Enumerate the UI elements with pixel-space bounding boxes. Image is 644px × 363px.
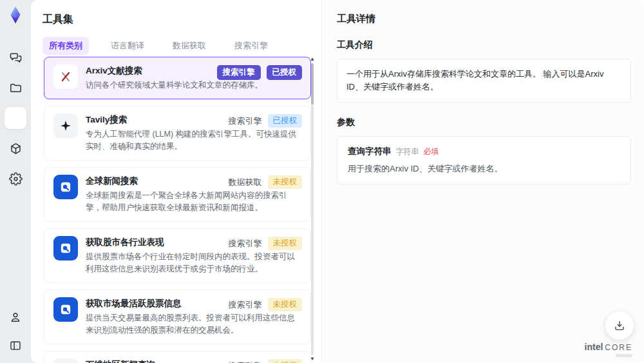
tool-category-tag: 搜索引擎 [217, 65, 261, 80]
tool-status-badge: 未授权 [268, 175, 303, 189]
tool-category-tag: 数据获取 [229, 177, 262, 188]
list-scrollbar[interactable]: ▲ ▼ [309, 58, 316, 360]
tool-description: 专为人工智能代理 (LLM) 构建的搜索引擎工具。可快速提供实时、准确和真实的结… [86, 128, 301, 153]
sidebar-item-user[interactable] [5, 306, 26, 328]
chat-icon [9, 51, 23, 64]
param-card: 查询字符串 字符串 必填 用于搜索的Arxiv ID、关键字或作者姓名。 [337, 136, 631, 184]
sidebar-item-toolbox[interactable] [5, 107, 26, 129]
scrollbar-thumb[interactable] [311, 63, 314, 104]
param-description: 用于搜索的Arxiv ID、关键字或作者姓名。 [348, 163, 620, 175]
sidebar-item-folder[interactable] [5, 77, 26, 99]
tool-list-panel: 工具集 所有类别语言翻译数据获取搜索引擎 Arxiv文献搜索 访问各个研究领域大… [31, 0, 322, 363]
bluesq-icon [53, 175, 78, 199]
sidebar-item-cube[interactable] [5, 137, 26, 159]
intro-heading: 工具介绍 [337, 39, 631, 51]
intro-text-box: 一个用于从Arxiv存储库搜索科学论文和文章的工具。 输入可以是Arxiv ID… [337, 59, 631, 103]
download-button[interactable] [605, 311, 634, 340]
tool-status-badge: 已授权 [267, 65, 303, 80]
tool-list: Arxiv文献搜索 访问各个研究领域大量科学论文和文章的存储库。 搜索引擎 已授… [44, 57, 311, 363]
tool-card[interactable]: 获取市场最活跃股票信息 提供当天交易量最高的股票列表。投资者可以利用这些信息来识… [44, 289, 311, 344]
tool-category-tag: 搜索引擎 [229, 299, 262, 311]
bluesq-icon [53, 297, 78, 322]
tool-description: 提供当天交易量最高的股票列表。投资者可以利用这些信息来识别流动性强的股票和潜在的… [86, 312, 301, 337]
tool-tags: 数据获取 未授权 [229, 175, 303, 189]
sidebar-bottom [5, 306, 26, 357]
tool-card[interactable]: Arxiv文献搜索 访问各个研究领域大量科学论文和文章的存储库。 搜索引擎 已授… [44, 57, 311, 99]
newspaper-icon [53, 358, 78, 363]
category-tabs: 所有类别语言翻译数据获取搜索引擎 [31, 26, 321, 55]
panel-toggle-icon [9, 339, 22, 352]
tool-status-badge: 未授权 [268, 237, 303, 250]
core-wordmark: CORE [605, 343, 632, 352]
param-required-badge: 必填 [424, 146, 439, 157]
toolbox-icon [9, 112, 23, 125]
tool-card[interactable]: 万维地区新闻查询 查询具体行政区划内的新闻，快速了解各地新闻动 搜索引擎 未授权 [44, 351, 311, 363]
scroll-down-icon[interactable]: ▼ [309, 357, 316, 362]
sidebar-item-settings[interactable] [5, 168, 26, 190]
tool-detail-panel: 工具详情 工具介绍 一个用于从Arxiv存储库搜索科学论文和文章的工具。 输入可… [323, 0, 644, 363]
tool-category-tag: 搜索引擎 [229, 238, 262, 250]
user-icon [9, 311, 22, 324]
tool-tags: 搜索引擎 已授权 [229, 114, 303, 128]
scroll-up-icon[interactable]: ▲ [309, 57, 316, 62]
left-sidebar [0, 0, 31, 363]
tool-card[interactable]: 获取股市各行业表现 提供股票市场各个行业在特定时间段内的表现。投资者可以利用这些… [44, 228, 311, 283]
tavily-icon [53, 113, 78, 138]
tool-tags: 搜索引擎 已授权 [217, 65, 303, 80]
tool-tags: 搜索引擎 未授权 [229, 298, 303, 311]
app-logo[interactable] [6, 5, 25, 25]
arxiv-icon [53, 64, 78, 89]
scrollbar-track[interactable] [311, 63, 314, 355]
tab-2[interactable]: 数据获取 [166, 37, 213, 55]
bluesq-icon [53, 236, 78, 260]
tool-description: 全球新闻搜索是一个聚合全球各大新闻网站内容的搜索引擎，帮助用户快速获取全球最新资… [86, 190, 301, 214]
param-type: 字符串 [396, 146, 419, 157]
tool-category-tag: 搜索引擎 [229, 115, 262, 127]
tab-0[interactable]: 所有类别 [43, 37, 89, 55]
tool-description: 访问各个研究领域大量科学论文和文章的存储库。 [86, 79, 301, 92]
intel-wordmark: intel [585, 342, 603, 352]
sidebar-item-chat[interactable] [5, 46, 26, 68]
intel-sub-badge [616, 354, 632, 357]
param-name: 查询字符串 [348, 146, 392, 157]
params-heading: 参数 [337, 117, 631, 128]
tool-category-tag: 搜索引擎 [229, 360, 262, 363]
folder-icon [9, 81, 23, 95]
cube-icon [9, 142, 23, 155]
param-header: 查询字符串 字符串 必填 [348, 146, 620, 157]
tab-3[interactable]: 搜索引擎 [228, 37, 274, 55]
sidebar-nav [5, 46, 26, 190]
intel-core-badge: intelCORE [585, 341, 632, 357]
main-surface: 工具集 所有类别语言翻译数据获取搜索引擎 Arxiv文献搜索 访问各个研究领域大… [31, 0, 644, 363]
tool-card[interactable]: Tavily搜索 专为人工智能代理 (LLM) 构建的搜索引擎工具。可快速提供实… [44, 106, 311, 161]
tool-description: 提供股票市场各个行业在特定时间段内的表现。投资者可以利用这些信息来识别表现优于或… [86, 251, 301, 275]
detail-title: 工具详情 [337, 13, 631, 25]
tab-1[interactable]: 语言翻译 [104, 37, 151, 55]
tool-status-badge: 未授权 [268, 298, 303, 311]
page-title: 工具集 [31, 0, 321, 26]
tool-tags: 搜索引擎 未授权 [229, 237, 303, 250]
tool-status-badge: 未授权 [268, 359, 303, 363]
sidebar-item-panel-toggle[interactable] [5, 335, 26, 357]
tool-card[interactable]: 全球新闻搜索 全球新闻搜索是一个聚合全球各大新闻网站内容的搜索引擎，帮助用户快速… [44, 167, 311, 222]
settings-icon [9, 172, 23, 186]
tool-tags: 搜索引擎 未授权 [229, 359, 303, 363]
tool-status-badge: 已授权 [268, 114, 303, 128]
download-icon [613, 319, 626, 332]
